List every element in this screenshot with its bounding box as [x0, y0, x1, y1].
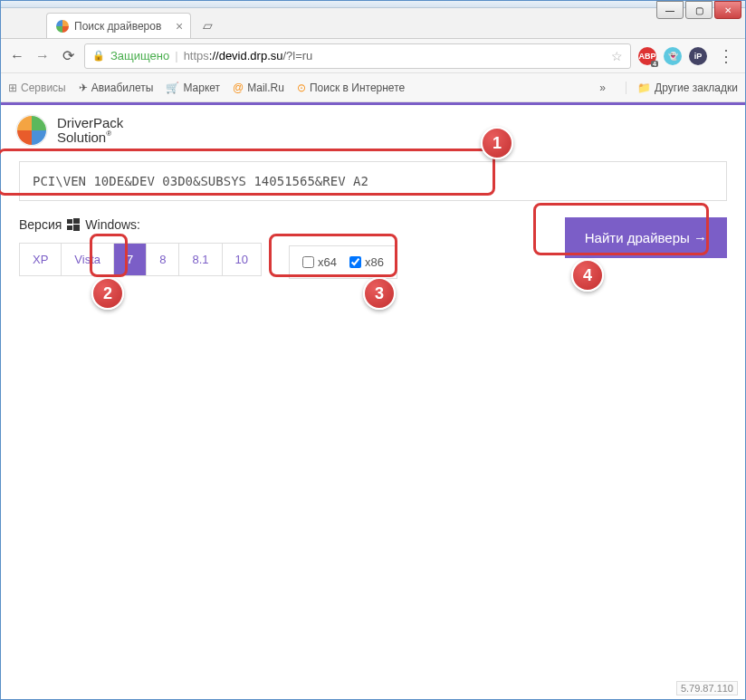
cart-icon: 🛒: [166, 82, 179, 94]
minimize-button[interactable]: —: [656, 1, 684, 19]
svg-rect-2: [73, 218, 80, 224]
ghostery-extension-icon[interactable]: 👻: [664, 47, 682, 65]
os-tab-81[interactable]: 8.1: [179, 244, 222, 275]
annotation-number-2: 2: [91, 277, 124, 310]
site-header: DriverPack Solution®: [1, 105, 745, 152]
svg-rect-1: [67, 219, 72, 224]
window-titlebar: [1, 1, 745, 8]
other-bookmarks[interactable]: 📁 Другие закладки: [626, 82, 738, 94]
folder-icon: 📁: [637, 82, 651, 94]
ip-extension-icon[interactable]: iP: [689, 47, 707, 65]
svg-rect-3: [67, 225, 72, 230]
os-tab-8[interactable]: 8: [147, 244, 179, 275]
address-bar: ← → ⟳ 🔒 Защищено | https://devid.drp.su/…: [1, 39, 745, 73]
secure-label: Защищено: [110, 49, 169, 62]
os-tab-xp[interactable]: XP: [20, 244, 62, 275]
adblock-extension-icon[interactable]: ABP: [638, 47, 656, 65]
version-badge: 5.79.87.110: [676, 681, 738, 695]
architecture-selector: x64 x86: [289, 245, 397, 279]
browser-menu-icon[interactable]: ⋮: [714, 46, 738, 66]
maximize-button[interactable]: ▢: [685, 1, 713, 19]
find-drivers-button[interactable]: Найти драйверы →: [565, 217, 727, 258]
bookmark-item-search[interactable]: ⊙ Поиск в Интернете: [297, 82, 405, 94]
os-tab-10[interactable]: 10: [223, 244, 261, 275]
bookmark-item-flights[interactable]: ✈ Авиабилеты: [79, 82, 154, 94]
url-separator: |: [175, 49, 177, 62]
os-version-label: Версия Windows:: [19, 217, 262, 232]
x86-checkbox[interactable]: [349, 256, 361, 268]
plane-icon: ✈: [79, 82, 88, 94]
x64-checkbox[interactable]: [302, 256, 314, 268]
brand-name: DriverPack Solution®: [57, 116, 123, 146]
window-controls: — ▢ ✕: [656, 1, 741, 19]
lock-icon: 🔒: [92, 50, 105, 62]
bookmark-star-icon[interactable]: ☆: [611, 49, 623, 63]
tab-strip: Поиск драйверов × ▱: [1, 8, 745, 39]
device-id-input[interactable]: [19, 161, 727, 201]
new-tab-button[interactable]: ▱: [196, 14, 218, 36]
bookmarks-bar: ⊞ Сервисы ✈ Авиабилеты 🛒 Маркет @ Mail.R…: [1, 73, 745, 102]
annotation-number-3: 3: [363, 277, 396, 310]
apps-icon: ⊞: [8, 82, 17, 94]
arch-x64[interactable]: x64: [302, 255, 337, 269]
url-text: https://devid.drp.su/?l=ru: [184, 49, 313, 62]
main-content: Версия Windows: XP Vista 7 8 8.1 10 x64: [1, 152, 745, 288]
back-button[interactable]: ←: [8, 47, 26, 65]
search-bookmark-icon: ⊙: [297, 82, 306, 94]
mail-icon: @: [233, 82, 244, 94]
bookmark-item-mail[interactable]: @ Mail.Ru: [233, 82, 284, 94]
os-tab-7[interactable]: 7: [114, 244, 147, 275]
tab-title: Поиск драйверов: [74, 20, 161, 33]
close-button[interactable]: ✕: [714, 1, 741, 19]
tab-favicon: [56, 20, 69, 33]
reload-button[interactable]: ⟳: [59, 47, 77, 65]
forward-button[interactable]: →: [33, 47, 52, 65]
driverpack-logo: [15, 114, 48, 147]
os-tab-vista[interactable]: Vista: [62, 244, 114, 275]
windows-icon: [67, 218, 80, 231]
svg-rect-4: [73, 225, 80, 231]
bookmark-apps[interactable]: ⊞ Сервисы: [8, 82, 66, 94]
tab-close-icon[interactable]: ×: [176, 19, 183, 34]
os-tabs: XP Vista 7 8 8.1 10: [19, 243, 262, 276]
arch-x86[interactable]: x86: [349, 255, 384, 269]
bookmark-item-market[interactable]: 🛒 Маркет: [166, 82, 220, 94]
bookmarks-overflow-icon[interactable]: »: [599, 82, 606, 94]
url-input[interactable]: 🔒 Защищено | https://devid.drp.su/?l=ru …: [84, 43, 631, 69]
browser-tab[interactable]: Поиск драйверов ×: [46, 13, 191, 38]
